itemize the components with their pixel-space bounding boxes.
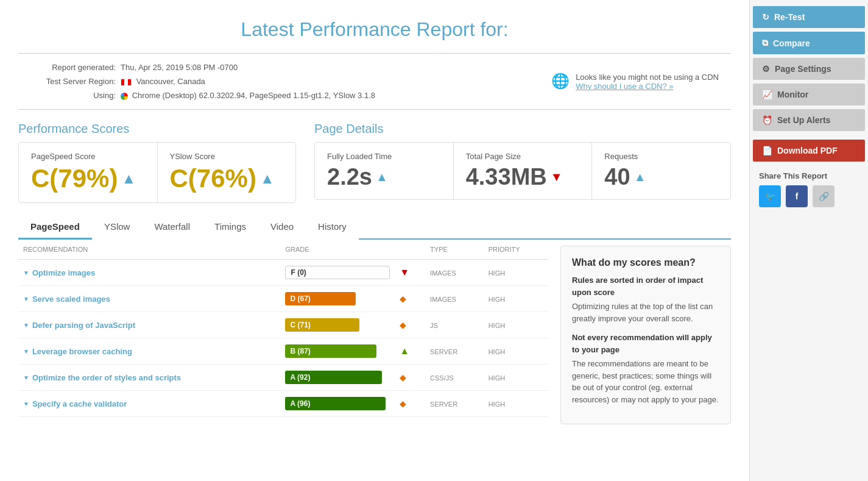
- priority-badge: HIGH: [489, 322, 506, 329]
- col-type: TYPE: [425, 240, 484, 260]
- yslow-arrow-icon: ▲: [260, 170, 275, 187]
- download-pdf-button[interactable]: 📄 Download PDF: [753, 140, 865, 162]
- chevron-icon: ▼: [23, 269, 29, 276]
- chevron-icon: ▼: [23, 296, 29, 302]
- report-meta: Report generated: Thu, Apr 25, 2019 5:08…: [18, 53, 731, 110]
- tab-yslow[interactable]: YSlow: [92, 215, 143, 240]
- priority-cell: HIGH: [484, 312, 548, 338]
- grade-cell: A (92): [280, 365, 395, 391]
- priority-badge: HIGH: [489, 401, 506, 408]
- performance-scores-title: Performance Scores: [18, 122, 296, 136]
- diamond-icon: ◆: [400, 399, 406, 408]
- recommendations-table: RECOMMENDATION GRADE TYPE PRIORITY ▼Opti…: [18, 240, 548, 417]
- grade-bar: D (67): [285, 292, 355, 305]
- canada-flag-icon: [121, 79, 132, 86]
- page-details-block: Page Details Fully Loaded Time 2.2s ▲ To…: [314, 122, 731, 203]
- table-row: ▼Serve scaled imagesD (67)◆IMAGESHIGH: [18, 286, 548, 312]
- globe-icon: 🌐: [551, 73, 570, 90]
- share-section: Share This Report 🐦 f 🔗: [750, 165, 868, 213]
- scores-info-box: What do my scores mean? Rules are sorted…: [560, 246, 731, 424]
- scores-section: Performance Scores PageSpeed Score C(79%…: [18, 122, 731, 203]
- monitor-icon: 📈: [762, 90, 772, 99]
- pagespeed-arrow-icon: ▲: [121, 170, 136, 187]
- rec-name[interactable]: ▼Leverage browser caching: [23, 347, 275, 356]
- grade-cell: D (67): [280, 286, 395, 312]
- info-section1-text: Optimizing rules at the top of the list …: [572, 301, 719, 324]
- tab-timings[interactable]: Timings: [202, 215, 258, 240]
- chevron-icon: ▼: [23, 322, 29, 329]
- page-details-title: Page Details: [314, 122, 731, 136]
- info-section2-text: The recommendations are meant to be gene…: [572, 358, 719, 405]
- tab-video[interactable]: Video: [258, 215, 306, 240]
- rec-name[interactable]: ▼Serve scaled images: [23, 294, 275, 304]
- tab-history[interactable]: History: [306, 215, 359, 240]
- retest-icon: ↻: [762, 12, 769, 22]
- col-priority: PRIORITY: [484, 240, 548, 260]
- rec-name[interactable]: ▼Optimize images: [23, 268, 275, 277]
- using-value: Chrome (Desktop) 62.0.3202.94, PageSpeed…: [121, 91, 375, 100]
- rec-name[interactable]: ▼Defer parsing of JavaScript: [23, 321, 275, 330]
- table-row: ▼Leverage browser cachingB (87)▲SERVERHI…: [18, 338, 548, 365]
- priority-cell: HIGH: [484, 260, 548, 286]
- table-row: ▼Specify a cache validatorA (96)◆SERVERH…: [18, 391, 548, 417]
- pdf-icon: 📄: [762, 146, 772, 155]
- type-cell: SERVER: [425, 338, 484, 365]
- loaded-time-value: 2.2s ▲: [327, 164, 441, 190]
- page-size-value: 4.33MB ▼: [466, 164, 580, 190]
- type-badge: JS: [430, 322, 438, 329]
- compare-icon: ⧉: [762, 38, 768, 48]
- priority-badge: HIGH: [489, 374, 506, 382]
- tab-pagespeed[interactable]: PageSpeed: [18, 215, 92, 240]
- chevron-icon: ▼: [23, 348, 29, 355]
- type-cell: IMAGES: [425, 260, 484, 286]
- table-row: ▼Optimize imagesF (0)▼IMAGESHIGH: [18, 260, 548, 286]
- grade-bar: B (87): [285, 344, 376, 358]
- rec-name[interactable]: ▼Optimize the order of styles and script…: [23, 373, 275, 382]
- col-grade: GRADE: [280, 240, 395, 260]
- grade-icon-cell: ▼: [395, 260, 425, 286]
- table-row: ▼Optimize the order of styles and script…: [18, 365, 548, 391]
- chevron-icon: ▼: [23, 374, 29, 381]
- share-facebook-button[interactable]: f: [786, 185, 808, 207]
- rec-name[interactable]: ▼Specify a cache validator: [23, 399, 275, 408]
- using-label: Using:: [30, 91, 116, 100]
- share-icons: 🐦 f 🔗: [759, 185, 859, 207]
- cdn-notice-text: Looks like you might not be using a CDN: [576, 73, 719, 82]
- down-arrow-icon: ▼: [400, 267, 409, 277]
- grade-bar: C (71): [285, 318, 359, 332]
- yslow-score-card: YSlow Score C(76%) ▲: [157, 143, 296, 202]
- grade-icon-cell: ◆: [395, 312, 425, 338]
- info-box-title: What do my scores mean?: [572, 257, 719, 268]
- priority-cell: HIGH: [484, 391, 548, 417]
- retest-button[interactable]: ↻ Re-Test: [753, 6, 865, 28]
- up-arrow-icon: ▲: [400, 346, 409, 356]
- share-link-button[interactable]: 🔗: [813, 185, 834, 207]
- monitor-button[interactable]: 📈 Monitor: [753, 84, 865, 105]
- tabs-area: PageSpeed YSlow Waterfall Timings Video …: [18, 215, 731, 240]
- page-title: Latest Performance Report for:: [18, 18, 731, 41]
- share-twitter-button[interactable]: 🐦: [759, 185, 781, 207]
- priority-cell: HIGH: [484, 338, 548, 365]
- col-recommendation: RECOMMENDATION: [18, 240, 280, 260]
- sidebar: ↻ Re-Test ⧉ Compare ⚙ Page Settings 📈 Mo…: [749, 0, 868, 481]
- priority-cell: HIGH: [484, 365, 548, 391]
- loaded-time-arrow-icon: ▲: [376, 170, 388, 184]
- cdn-link[interactable]: Why should I use a CDN? »: [576, 82, 673, 91]
- setup-alerts-button[interactable]: ⏰ Set Up Alerts: [753, 109, 865, 131]
- pagespeed-score-card: PageSpeed Score C(79%) ▲: [19, 143, 157, 202]
- pagespeed-value: C(79%) ▲: [31, 164, 145, 193]
- page-size-arrow-icon: ▼: [551, 170, 563, 184]
- tab-waterfall[interactable]: Waterfall: [142, 215, 202, 240]
- table-row: ▼Defer parsing of JavaScriptC (71)◆JSHIG…: [18, 312, 548, 338]
- type-cell: SERVER: [425, 391, 484, 417]
- grade-icon-cell: ◆: [395, 286, 425, 312]
- priority-cell: HIGH: [484, 286, 548, 312]
- compare-button[interactable]: ⧉ Compare: [753, 32, 865, 54]
- alerts-icon: ⏰: [762, 115, 772, 125]
- requests-label: Requests: [604, 152, 718, 161]
- page-settings-button[interactable]: ⚙ Page Settings: [753, 58, 865, 80]
- share-label: Share This Report: [759, 171, 859, 180]
- diamond-icon: ◆: [400, 294, 406, 304]
- yslow-label: YSlow Score: [170, 152, 284, 161]
- requests-value: 40 ▲: [604, 164, 718, 190]
